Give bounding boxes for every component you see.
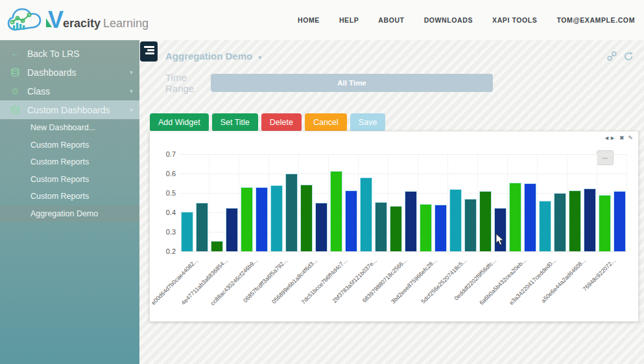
y-tick-label: 0.5 (166, 189, 176, 197)
y-tick-label: 0.7 (166, 150, 176, 158)
bar (494, 208, 507, 252)
bar (405, 191, 417, 251)
refresh-icon[interactable] (623, 51, 634, 62)
bar (390, 206, 402, 252)
sidebar-item-label: Dashboards (27, 67, 77, 78)
set-title-button[interactable]: Set Title (212, 113, 258, 131)
cancel-button[interactable]: Cancel (305, 113, 347, 131)
bar (464, 199, 477, 251)
top-bar: V eracity Learning HOME HELP ABOUT DOWNL… (0, 0, 644, 40)
toolbar-buttons: Add Widget Set Title Delete Cancel Save (139, 94, 644, 131)
bar (241, 187, 253, 251)
y-axis-labels: 0.20.30.40.50.60.7 (155, 154, 180, 251)
sidebar-item-label: Custom Dashboards (27, 105, 110, 115)
bar (345, 190, 357, 252)
bar (330, 171, 342, 252)
sidebar-toggle-button[interactable] (140, 41, 158, 62)
chevron-down-icon: ▾ (130, 69, 133, 76)
bar (300, 185, 313, 252)
close-icon[interactable]: ✖ (619, 135, 625, 141)
chart-widget-card: ◄► ✖ ✎ ... 0.20.30.40.50.60.7 e00d64d7b0… (149, 131, 639, 322)
subitem-label: Custom Reports (30, 192, 89, 201)
bar (270, 185, 283, 251)
subitem-label: Custom Reports (30, 175, 89, 184)
edit-icon[interactable]: ✎ (628, 135, 633, 141)
database-icon (8, 106, 22, 115)
nav-account[interactable]: TOM@EXAMPLE.COM (556, 16, 635, 24)
gear-icon: ⚙ (8, 86, 22, 97)
sidebar-item-custom-dashboards[interactable]: Custom Dashboards ▾ (0, 100, 139, 119)
time-range-selector[interactable]: All Time (211, 74, 493, 92)
brand-suffix: Learning (103, 17, 149, 30)
y-tick-label: 0.6 (166, 170, 176, 177)
bar (420, 204, 432, 252)
time-range-label: Time Range (165, 72, 211, 94)
chart-bars (180, 154, 627, 251)
database-icon (8, 68, 22, 77)
nav-about[interactable]: ABOUT (378, 16, 404, 24)
bar (315, 203, 328, 251)
bar (181, 212, 193, 252)
y-tick-label: 0.4 (166, 209, 176, 216)
sidebar-item-class[interactable]: ⚙ Class ▾ (0, 82, 139, 100)
link-icon[interactable] (607, 51, 617, 61)
x-axis-labels: e00d64d7b0cae44082...4e47711ab3a6836854.… (180, 252, 627, 317)
bar (479, 191, 492, 251)
sidebar-subitem-custom-reports-2[interactable]: Custom Reports (0, 154, 139, 171)
title-row: Aggregation Demo ▾ (139, 40, 644, 62)
widget-controls: ◄► ✖ ✎ (604, 135, 633, 141)
title-actions (607, 51, 634, 62)
subitem-label: New Dashboard... (30, 123, 95, 132)
time-range-row: Time Range All Time (139, 62, 644, 94)
sidebar-subitem-custom-reports-3[interactable]: Custom Reports (0, 171, 139, 188)
brand-name: eracity (63, 17, 101, 30)
bar (435, 205, 447, 251)
sidebar-subitem-aggregation-demo[interactable]: Aggregation Demo (0, 205, 139, 223)
top-nav: HOME HELP ABOUT DOWNLOADS XAPI TOOLS TOM… (298, 16, 644, 24)
y-tick-label: 0.2 (166, 247, 176, 255)
cloud-logo-icon (6, 5, 47, 35)
bar (509, 183, 521, 252)
brand-letter-v: V (48, 10, 64, 30)
sidebar-subitem-custom-reports-4[interactable]: Custom Reports (0, 188, 139, 205)
bar (449, 189, 462, 251)
bar (569, 190, 581, 252)
sidebar-item-dashboards[interactable]: Dashboards ▾ (0, 63, 139, 82)
nav-home[interactable]: HOME (298, 16, 320, 24)
save-button[interactable]: Save (350, 113, 386, 131)
subitem-label: Aggregation Demo (30, 209, 98, 218)
add-widget-button[interactable]: Add Widget (150, 113, 209, 131)
bar (599, 195, 611, 251)
bar (360, 177, 372, 251)
chart-plot-area (180, 154, 627, 251)
resize-horizontal-icon[interactable]: ◄► (604, 135, 615, 141)
bar (211, 241, 223, 252)
bar (539, 201, 551, 251)
bar (375, 202, 387, 252)
dashboard-title-dropdown[interactable]: Aggregation Demo ▾ (165, 51, 261, 62)
sidebar-item-back-to-lrs[interactable]: ← Back To LRS (0, 44, 139, 63)
sidebar-item-label: Back To LRS (27, 49, 80, 59)
subitem-label: Custom Reports (30, 157, 89, 166)
bar (524, 183, 536, 251)
y-tick-label: 0.3 (166, 228, 176, 236)
chevron-down-icon: ▾ (130, 106, 133, 113)
chevron-down-icon: ▾ (130, 87, 133, 95)
nav-xapi-tools[interactable]: XAPI TOOLS (492, 16, 537, 24)
bar (584, 188, 596, 252)
nav-downloads[interactable]: DOWNLOADS (424, 16, 473, 24)
sidebar-subitem-new-dashboard[interactable]: New Dashboard... (0, 119, 139, 137)
bar (196, 203, 208, 251)
chevron-down-icon: ▾ (258, 54, 261, 61)
bar (614, 191, 626, 251)
delete-button[interactable]: Delete (261, 113, 302, 131)
subitem-label: Custom Reports (30, 141, 89, 150)
x-tick-label: 76948c922072... (582, 257, 617, 292)
bar (226, 208, 238, 252)
sidebar: ← Back To LRS Dashboards ▾ ⚙ Class ▾ Cus… (0, 40, 139, 364)
arrow-left-icon: ← (8, 49, 22, 58)
page-title: Aggregation Demo (165, 51, 252, 62)
nav-help[interactable]: HELP (339, 16, 359, 24)
bar (554, 193, 566, 251)
sidebar-subitem-custom-reports-1[interactable]: Custom Reports (0, 137, 139, 154)
